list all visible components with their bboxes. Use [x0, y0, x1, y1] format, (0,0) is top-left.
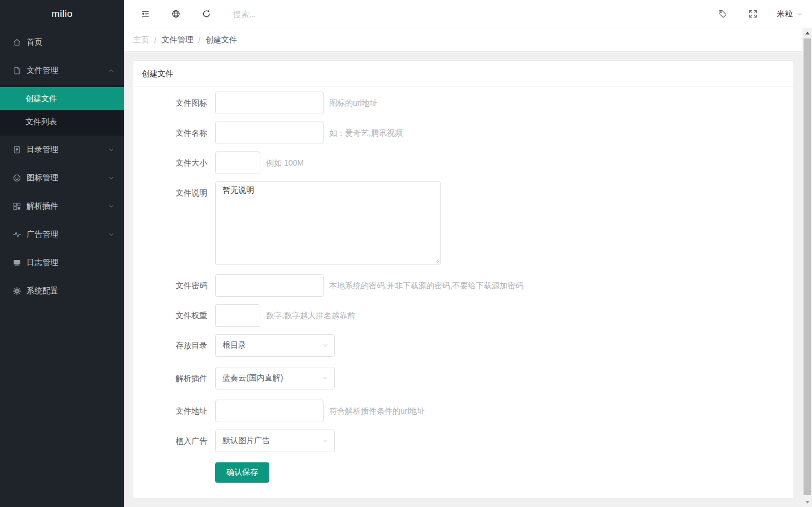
- search-input[interactable]: [232, 9, 359, 19]
- scrollbar-thumb[interactable]: [804, 38, 811, 495]
- sidebar-subitem-create-file[interactable]: 创建文件: [0, 87, 124, 110]
- sidebar-item-label: 首页: [27, 37, 42, 47]
- field-hint: 符合解析插件条件的url地址: [329, 400, 425, 422]
- field-control: 蓝奏云(国内直解): [215, 367, 335, 389]
- field-control: [215, 92, 324, 114]
- field-label-file-url: 文件地址: [133, 400, 215, 416]
- sidebar-item-file-management[interactable]: 文件管理: [0, 57, 124, 85]
- resize-handle-icon[interactable]: [434, 258, 440, 263]
- app-root: milio 首页文件管理创建文件文件列表目录管理图标管理解析插件广告管理日志管理…: [0, 0, 812, 507]
- field-label-file-name: 文件名称: [133, 122, 215, 138]
- form-row-storage-directory: 存放目录根目录: [133, 334, 793, 357]
- form-row-file-name: 文件名称如：爱奇艺,腾讯视频: [133, 122, 793, 144]
- field-label-parse-plugin: 解析插件: [133, 367, 215, 383]
- parse-plugin-select[interactable]: 蓝奏云(国内直解): [215, 367, 335, 389]
- sidebar-item-system-config[interactable]: 系统配置: [0, 277, 124, 305]
- fullscreen-icon[interactable]: [748, 9, 758, 19]
- select-value: 根目录: [222, 340, 322, 350]
- field-control: 默认图片广告: [215, 430, 335, 452]
- chevron-down-icon: [796, 11, 803, 18]
- vertical-scrollbar[interactable]: [802, 28, 812, 507]
- file-name-input[interactable]: [215, 122, 324, 144]
- embed-ad-select[interactable]: 默认图片广告: [215, 430, 335, 452]
- sidebar-subitem-file-list[interactable]: 文件列表: [0, 110, 124, 133]
- create-file-form: 文件图标图标的url地址文件名称如：爱奇艺,腾讯视频文件大小例如 100M文件说…: [133, 92, 793, 452]
- breadcrumb-item[interactable]: 主页: [133, 35, 149, 45]
- field-control: [215, 274, 324, 297]
- file-url-input[interactable]: [215, 400, 324, 422]
- form-row-file-weight: 文件权重数字,数字越大排名越靠前: [133, 304, 793, 327]
- file-password-input[interactable]: [215, 274, 324, 297]
- sidebar-item-parse-plugins[interactable]: 解析插件: [0, 192, 124, 220]
- breadcrumb-separator: /: [154, 36, 156, 45]
- field-label-file-password: 文件密码: [133, 274, 215, 291]
- submit-row: 确认保存: [133, 462, 793, 483]
- file-description-textarea[interactable]: 暂无说明: [215, 181, 441, 265]
- sidebar-item-label: 日志管理: [27, 258, 58, 268]
- breadcrumb: 主页/文件管理/创建文件: [124, 28, 802, 52]
- file-icon-input[interactable]: [215, 92, 324, 114]
- field-label-file-weight: 文件权重: [133, 304, 215, 320]
- blocks-icon: [12, 202, 21, 211]
- user-menu[interactable]: 米粒: [777, 9, 806, 19]
- card-title: 创建文件: [133, 61, 793, 86]
- breadcrumb-item: 创建文件: [206, 35, 237, 45]
- field-hint: 图标的url地址: [329, 92, 378, 114]
- breadcrumb-item: 文件管理: [161, 35, 193, 45]
- chevron-down-icon: [322, 342, 329, 349]
- field-control: 根目录: [215, 334, 335, 357]
- chevron-down-icon: [108, 203, 115, 210]
- select-value: 蓝奏云(国内直解): [222, 373, 322, 383]
- sidebar-item-label: 广告管理: [27, 229, 58, 240]
- scroll-down-arrow-icon[interactable]: [802, 497, 812, 507]
- field-label-storage-directory: 存放目录: [133, 334, 215, 350]
- form-row-file-description: 文件说明暂无说明: [133, 181, 793, 265]
- field-hint: 数字,数字越大排名越靠前: [266, 304, 355, 327]
- sidebar-item-label: 解析插件: [27, 201, 58, 211]
- sidebar-item-log-management[interactable]: 日志管理: [0, 249, 124, 277]
- sidebar-item-icon-management[interactable]: 图标管理: [0, 164, 124, 192]
- field-control: [215, 122, 324, 144]
- file-size-input[interactable]: [215, 151, 260, 174]
- field-label-file-icon: 文件图标: [133, 92, 215, 108]
- field-hint: 本地系统的密码,并非下载源的密码,不要给下载源加密码: [329, 274, 523, 297]
- notebook-icon: [12, 145, 21, 154]
- sidebar-item-directory-management[interactable]: 目录管理: [0, 136, 124, 164]
- form-row-parse-plugin: 解析插件蓝奏云(国内直解): [133, 367, 793, 389]
- chevron-down-icon: [322, 375, 329, 382]
- storage-directory-select[interactable]: 根目录: [215, 334, 335, 357]
- scroll-up-arrow-icon[interactable]: [802, 28, 812, 38]
- chevron-down-icon: [108, 146, 115, 153]
- file-weight-input[interactable]: [215, 304, 260, 327]
- globe-icon[interactable]: [171, 9, 181, 19]
- sidebar-item-label: 图标管理: [27, 173, 58, 183]
- content-area: 创建文件 文件图标图标的url地址文件名称如：爱奇艺,腾讯视频文件大小例如 10…: [124, 52, 802, 507]
- confirm-save-button[interactable]: 确认保存: [215, 462, 269, 483]
- home-icon: [12, 38, 21, 47]
- breadcrumb-separator: /: [198, 36, 200, 45]
- form-row-file-password: 文件密码本地系统的密码,并非下载源的密码,不要给下载源加密码: [133, 274, 793, 297]
- gear-icon: [12, 287, 21, 296]
- sidebar-item-home[interactable]: 首页: [0, 28, 124, 57]
- select-value: 默认图片广告: [222, 436, 322, 446]
- sidebar-item-label: 文件管理: [27, 66, 58, 76]
- field-control: [215, 304, 260, 327]
- topbar-right: 米粒: [697, 9, 806, 19]
- sidebar-item-ad-management[interactable]: 广告管理: [0, 220, 124, 249]
- chevron-up-icon: [108, 67, 115, 74]
- form-row-embed-ad: 植入广告默认图片广告: [133, 430, 793, 452]
- app-logo: milio: [0, 0, 124, 28]
- monitor-icon: [12, 258, 21, 267]
- main-area: 米粒 主页/文件管理/创建文件 创建文件 文件图标图标的url地址文件名称如：爱…: [124, 0, 812, 507]
- field-label-file-size: 文件大小: [133, 151, 215, 168]
- file-icon: [12, 66, 21, 75]
- collapse-sidebar-icon[interactable]: [141, 9, 150, 19]
- tag-icon[interactable]: [718, 9, 727, 19]
- field-control: [215, 400, 324, 422]
- submenu-file-management: 创建文件文件列表: [0, 85, 124, 136]
- refresh-icon[interactable]: [202, 9, 211, 19]
- create-file-card: 创建文件 文件图标图标的url地址文件名称如：爱奇艺,腾讯视频文件大小例如 10…: [133, 60, 794, 499]
- sidebar-item-label: 系统配置: [27, 286, 58, 296]
- user-name: 米粒: [777, 9, 793, 19]
- topbar: 米粒: [124, 0, 812, 28]
